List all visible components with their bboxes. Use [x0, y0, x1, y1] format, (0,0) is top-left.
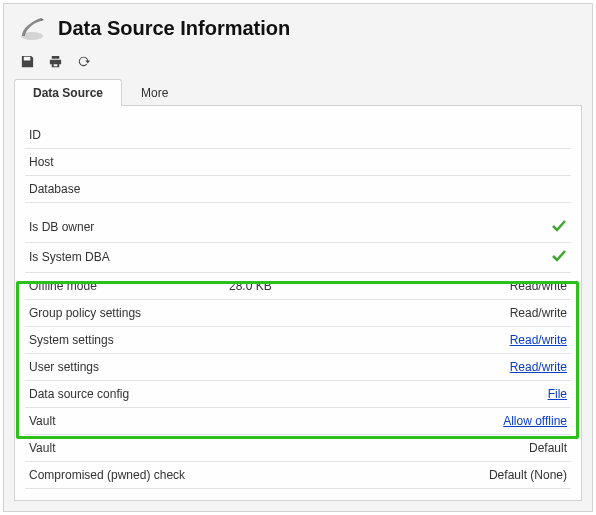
label-system-settings: System settings	[25, 326, 451, 353]
row-id: ID	[25, 122, 571, 149]
check-icon	[551, 252, 567, 266]
refresh-icon[interactable]	[74, 52, 92, 70]
value-offline-mode: Read/write	[451, 272, 571, 299]
value-id	[225, 122, 451, 149]
link-user-settings[interactable]: Read/write	[510, 360, 567, 374]
label-user-settings: User settings	[25, 353, 451, 380]
row-is-system-dba: Is System DBA	[25, 242, 571, 272]
label-id: ID	[25, 122, 225, 149]
label-host: Host	[25, 149, 225, 176]
link-vault-offline[interactable]: Allow offline	[503, 414, 567, 428]
row-pwned: Compromised (pwned) check Default (None)	[25, 461, 571, 488]
toolbar	[4, 46, 592, 78]
row-host: Host	[25, 149, 571, 176]
tab-data-source[interactable]: Data Source	[14, 79, 122, 106]
row-vault: Vault Default	[25, 434, 571, 461]
link-system-settings[interactable]: Read/write	[510, 333, 567, 347]
label-data-source-config: Data source config	[25, 380, 451, 407]
label-offline-mode: Offline mode	[25, 272, 225, 299]
check-icon	[551, 222, 567, 236]
print-icon[interactable]	[46, 52, 64, 70]
label-vault-offline: Vault	[25, 407, 451, 434]
value-vault: Default	[451, 434, 571, 461]
row-database: Database	[25, 176, 571, 203]
row-offline-mode: Offline mode 28.0 KB Read/write	[25, 272, 571, 299]
value-offline-size: 28.0 KB	[225, 272, 451, 299]
value-host	[225, 149, 451, 176]
label-vault: Vault	[25, 434, 451, 461]
tab-more[interactable]: More	[122, 79, 187, 106]
label-group-policy: Group policy settings	[25, 299, 451, 326]
page-title: Data Source Information	[58, 17, 290, 40]
row-group-policy: Group policy settings Read/write	[25, 299, 571, 326]
value-group-policy: Read/write	[451, 299, 571, 326]
app-icon	[18, 14, 46, 42]
tab-bar: Data Source More	[4, 78, 592, 105]
link-data-source-config[interactable]: File	[548, 387, 567, 401]
label-database: Database	[25, 176, 225, 203]
label-is-db-owner: Is DB owner	[25, 213, 451, 243]
value-database	[225, 176, 451, 203]
label-is-system-dba: Is System DBA	[25, 242, 451, 272]
label-pwned: Compromised (pwned) check	[25, 461, 451, 488]
row-vault-offline: Vault Allow offline	[25, 407, 571, 434]
row-data-source-config: Data source config File	[25, 380, 571, 407]
save-icon[interactable]	[18, 52, 36, 70]
value-pwned: Default (None)	[451, 461, 571, 488]
row-system-settings: System settings Read/write	[25, 326, 571, 353]
row-is-db-owner: Is DB owner	[25, 213, 571, 243]
row-user-settings: User settings Read/write	[25, 353, 571, 380]
